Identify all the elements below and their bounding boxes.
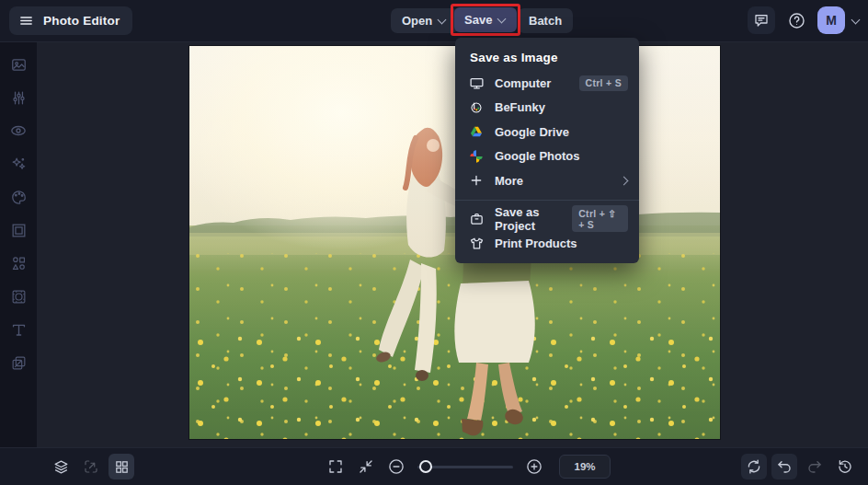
save-menu: Save as Image Computer Ctrl + S BeFunky … (455, 38, 639, 263)
save-button-label: Save (464, 13, 492, 27)
palette-icon (10, 189, 28, 206)
overlay-icon (10, 288, 28, 306)
sidebar-tool-graphics[interactable] (5, 250, 32, 276)
resize-button[interactable] (78, 454, 104, 479)
avatar-initial: M (826, 13, 837, 28)
avatar-chevron-icon[interactable] (852, 15, 861, 23)
plus-icon (468, 172, 485, 189)
computer-icon (468, 75, 485, 91)
menu-item-label: Computer (495, 76, 551, 90)
menu-item-computer[interactable]: Computer Ctrl + S (455, 71, 639, 96)
photo-editor-app: Photo Editor Open Save Batch M (0, 0, 868, 485)
history-icon (837, 458, 853, 475)
open-button[interactable]: Open (391, 8, 458, 33)
open-button-label: Open (402, 14, 432, 28)
befunky-icon (468, 99, 485, 116)
grid-icon (114, 459, 130, 475)
fit-screen-icon (358, 458, 374, 475)
zoom-slider[interactable] (417, 454, 513, 479)
sidebar-tool-edit[interactable] (5, 52, 32, 77)
frame-icon (10, 222, 28, 239)
tshirt-icon (468, 235, 485, 251)
annotation-highlight-box: Save (451, 4, 520, 36)
sidebar-tool-text[interactable] (5, 317, 32, 342)
bottom-left-group (48, 454, 134, 479)
app-menu-button[interactable]: Photo Editor (9, 6, 132, 35)
sidebar-tool-textures[interactable] (5, 350, 32, 375)
save-menu-header: Save as Image (455, 41, 639, 71)
briefcase-icon (468, 211, 485, 227)
sidebar-tool-effects[interactable] (5, 151, 32, 177)
menu-item-label: Google Photos (495, 149, 579, 163)
photo-icon (10, 56, 28, 74)
zoom-slider-handle[interactable] (419, 460, 432, 473)
batch-button-label: Batch (529, 14, 562, 28)
grid-view-button[interactable] (108, 454, 134, 479)
menu-item-google-drive[interactable]: Google Drive (455, 120, 639, 144)
bottom-bar: 19% (0, 447, 868, 485)
sidebar-tool-overlays[interactable] (5, 283, 32, 309)
help-icon (787, 11, 806, 30)
sidebar-tool-artsy[interactable] (5, 184, 32, 210)
menu-item-save-as-project[interactable]: Save as Project Ctrl + ⇧ + S (455, 207, 639, 232)
text-icon (10, 321, 28, 339)
fullscreen-button[interactable] (323, 454, 348, 479)
menu-item-label: BeFunky (495, 100, 545, 114)
chevron-down-icon (439, 15, 447, 23)
zoom-out-button[interactable] (383, 454, 409, 479)
feedback-button[interactable] (748, 6, 775, 34)
zoom-controls: 19% (323, 454, 611, 479)
save-button[interactable]: Save (454, 7, 517, 32)
zoom-out-icon (387, 457, 405, 476)
fit-screen-button[interactable] (353, 454, 379, 479)
fullscreen-icon (327, 458, 344, 475)
eye-icon (9, 121, 28, 140)
chevron-right-icon (620, 177, 628, 185)
shapes-icon (10, 255, 28, 272)
reset-button[interactable] (741, 454, 767, 479)
google-drive-icon (468, 123, 485, 140)
chevron-down-icon (498, 14, 507, 22)
hamburger-icon (18, 13, 34, 29)
textures-icon (10, 354, 28, 372)
menu-divider (455, 200, 639, 201)
sidebar-tool-adjust[interactable] (5, 85, 32, 110)
chat-icon (753, 12, 770, 29)
resize-icon (83, 458, 99, 475)
menu-item-label: Google Drive (495, 125, 569, 139)
sidebar-tool-touchup[interactable] (5, 118, 32, 144)
avatar[interactable]: M (817, 6, 845, 34)
menu-item-befunky[interactable]: BeFunky (455, 96, 639, 121)
batch-button[interactable]: Batch (518, 8, 573, 33)
sidebar-tool-frames[interactable] (5, 217, 32, 243)
redo-button[interactable] (802, 454, 828, 479)
layers-button[interactable] (48, 454, 74, 479)
sliders-icon (10, 89, 28, 107)
reset-icon (746, 458, 762, 475)
help-button[interactable] (782, 6, 810, 34)
menu-item-print-products[interactable]: Print Products (455, 231, 639, 256)
sparkles-icon (10, 156, 28, 173)
app-title: Photo Editor (43, 14, 120, 28)
undo-button[interactable] (771, 454, 797, 479)
canvas-area (37, 41, 868, 448)
google-photos-icon (468, 148, 485, 165)
menu-item-label: Save as Project (495, 205, 562, 233)
menu-item-google-photos[interactable]: Google Photos (455, 144, 639, 169)
redo-icon (806, 458, 823, 475)
zoom-level-value[interactable]: 19% (559, 455, 611, 479)
tools-sidebar (0, 41, 37, 448)
layers-icon (52, 458, 70, 476)
menu-item-label: More (495, 174, 523, 188)
zoom-in-button[interactable] (521, 454, 547, 479)
history-button[interactable] (832, 454, 858, 479)
zoom-in-icon (525, 457, 543, 476)
shortcut-badge: Ctrl + ⇧ + S (572, 205, 628, 232)
undo-icon (776, 458, 793, 475)
menu-item-label: Print Products (495, 237, 577, 250)
shortcut-badge: Ctrl + S (579, 75, 628, 91)
menu-item-more[interactable]: More (455, 168, 639, 193)
top-bar: Photo Editor Open Save Batch M (0, 0, 868, 42)
top-bar-right-group: M (748, 6, 861, 34)
bottom-right-group (741, 454, 858, 479)
